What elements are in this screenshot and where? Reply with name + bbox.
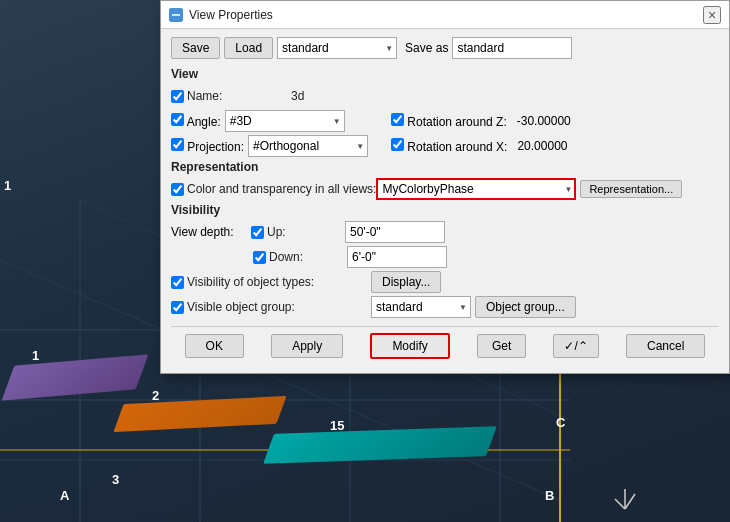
angle-row: Angle: #3D Rotation around Z: -30.00000 xyxy=(171,110,719,132)
color-checkbox-label: Color and transparency in all views: xyxy=(171,182,376,196)
color-select[interactable]: MyColorbyPhase xyxy=(376,178,576,200)
projection-right: Rotation around X: 20.00000 xyxy=(391,138,719,154)
load-button[interactable]: Load xyxy=(224,37,273,59)
proj-select[interactable]: #Orthogonal xyxy=(248,135,368,157)
angle-select-wrapper: #3D xyxy=(225,110,345,132)
up-checkbox[interactable] xyxy=(251,226,264,239)
viewport-label-1-edge: 1 xyxy=(4,178,11,193)
rot-z-label: Rotation around Z: xyxy=(407,115,506,129)
object-types-row: Visibility of object types: Display... xyxy=(171,271,719,293)
projection-row: Projection: #Orthogonal Rotation around … xyxy=(171,135,719,157)
section-rep-label: Representation xyxy=(171,160,719,174)
close-button[interactable]: × xyxy=(703,6,721,24)
angle-checkbox[interactable] xyxy=(171,113,184,126)
viewdepth-row: View depth: Up: xyxy=(171,221,719,243)
up-label: Up: xyxy=(267,225,286,239)
up-checkbox-label: Up: xyxy=(251,225,341,239)
object-group-row: Visible object group: standard Object gr… xyxy=(171,296,719,318)
color-checkbox[interactable] xyxy=(171,183,184,196)
dialog-titlebar: View Properties × xyxy=(161,1,729,29)
dialog-title-left: View Properties xyxy=(169,8,273,22)
down-label: Down: xyxy=(269,250,303,264)
down-checkbox[interactable] xyxy=(253,251,266,264)
save-button[interactable]: Save xyxy=(171,37,220,59)
load-select-wrapper: standard xyxy=(277,37,397,59)
cancel-button[interactable]: Cancel xyxy=(626,334,705,358)
object-group-button[interactable]: Object group... xyxy=(475,296,576,318)
obj-group-checkbox[interactable] xyxy=(171,301,184,314)
viewport-label-B: B xyxy=(545,488,554,503)
dialog-title: View Properties xyxy=(189,8,273,22)
obj-group-select[interactable]: standard xyxy=(371,296,471,318)
obj-group-label: Visible object group: xyxy=(187,300,295,314)
rot-x-checkbox[interactable] xyxy=(391,138,404,151)
view-properties-dialog: View Properties × Save Load standard Sav… xyxy=(160,0,730,374)
name-value: 3d xyxy=(291,89,719,103)
color-row: Color and transparency in all views: MyC… xyxy=(171,178,719,200)
angle-checkbox-label: Angle: xyxy=(171,113,221,129)
button-row: OK Apply Modify Get ✓/⌃ Cancel xyxy=(171,326,719,365)
obj-group-select-wrapper: standard xyxy=(371,296,471,318)
rot-x-label: Rotation around X: xyxy=(407,140,507,154)
projection-left: Projection: #Orthogonal xyxy=(171,135,381,157)
rot-x-checkbox-label: Rotation around X: xyxy=(391,138,507,154)
display-button[interactable]: Display... xyxy=(371,271,441,293)
viewdepth-down-row: Down: xyxy=(171,246,719,268)
color-label: Color and transparency in all views: xyxy=(187,182,376,196)
proj-checkbox-label: Projection: xyxy=(171,138,244,154)
ok-button[interactable]: OK xyxy=(185,334,244,358)
viewport-label-15: 15 xyxy=(330,418,344,433)
color-select-wrapper: MyColorbyPhase xyxy=(376,178,576,200)
svg-line-13 xyxy=(625,494,635,509)
angle-select[interactable]: #3D xyxy=(225,110,345,132)
filter-button[interactable]: ✓/⌃ xyxy=(553,334,598,358)
name-label: Name: xyxy=(187,89,222,103)
proj-select-wrapper: #Orthogonal xyxy=(248,135,368,157)
rot-z-checkbox-label: Rotation around Z: xyxy=(391,113,507,129)
name-checkbox-label: Name: xyxy=(171,89,261,103)
viewport-label-3: 3 xyxy=(112,472,119,487)
axis-indicator xyxy=(610,484,640,514)
representation-button[interactable]: Representation... xyxy=(580,180,682,198)
dialog-title-icon xyxy=(169,8,183,22)
get-button[interactable]: Get xyxy=(477,334,526,358)
apply-button[interactable]: Apply xyxy=(271,334,343,358)
proj-label: Projection: xyxy=(187,140,244,154)
rot-x-value: 20.00000 xyxy=(517,139,567,153)
load-select[interactable]: standard xyxy=(277,37,397,59)
toolbar-row: Save Load standard Save as xyxy=(171,37,719,59)
angle-label: Angle: xyxy=(187,115,221,129)
down-checkbox-label: Down: xyxy=(253,250,343,264)
angle-right: Rotation around Z: -30.00000 xyxy=(391,113,719,129)
svg-line-12 xyxy=(615,499,625,509)
obj-types-checkbox[interactable] xyxy=(171,276,184,289)
rot-z-checkbox[interactable] xyxy=(391,113,404,126)
viewport-label-1-beam: 1 xyxy=(32,348,39,363)
name-row: Name: 3d xyxy=(171,85,719,107)
proj-checkbox[interactable] xyxy=(171,138,184,151)
angle-left: Angle: #3D xyxy=(171,110,381,132)
name-checkbox[interactable] xyxy=(171,90,184,103)
section-view-label: View xyxy=(171,67,719,81)
up-input[interactable] xyxy=(345,221,445,243)
modify-button[interactable]: Modify xyxy=(370,333,449,359)
down-input[interactable] xyxy=(347,246,447,268)
rot-z-value: -30.00000 xyxy=(517,114,571,128)
dialog-body: Save Load standard Save as View Name: 3d xyxy=(161,29,729,373)
viewdepth-label: View depth: xyxy=(171,225,251,239)
section-vis-label: Visibility xyxy=(171,203,719,217)
saveas-label: Save as xyxy=(405,41,448,55)
obj-group-checkbox-label: Visible object group: xyxy=(171,300,371,314)
saveas-input[interactable] xyxy=(452,37,572,59)
obj-types-checkbox-label: Visibility of object types: xyxy=(171,275,371,289)
obj-types-label: Visibility of object types: xyxy=(187,275,314,289)
viewport-label-2: 2 xyxy=(152,388,159,403)
viewport-label-C: C xyxy=(556,415,565,430)
viewport-label-A: A xyxy=(60,488,69,503)
